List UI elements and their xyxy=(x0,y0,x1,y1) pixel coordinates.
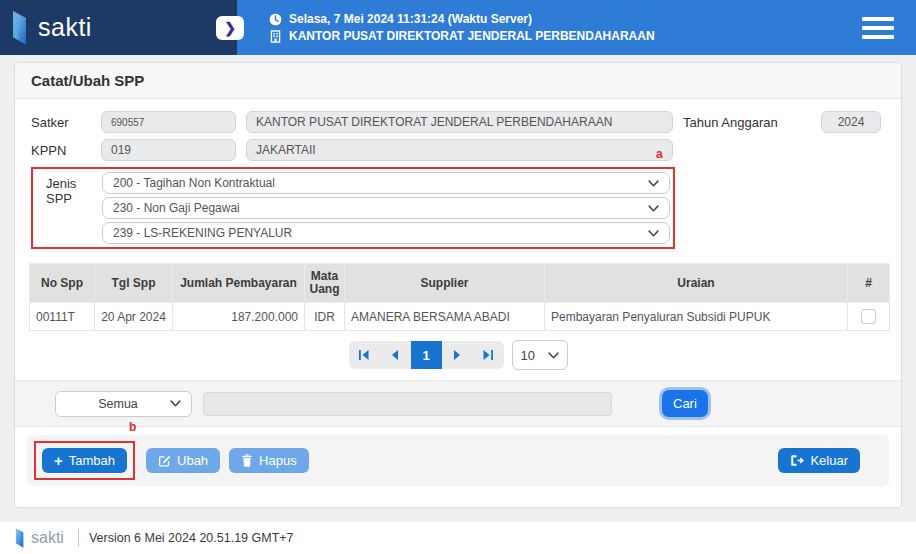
col-header-mata-uang: Mata Uang xyxy=(305,264,345,303)
building-icon xyxy=(269,30,282,43)
annotation-marker-b: b xyxy=(129,420,136,434)
cell-uraian: Pembayaran Penyaluran Subsidi PUPUK xyxy=(545,303,848,331)
satker-code-field[interactable]: 690557 xyxy=(101,111,236,133)
satker-name-field[interactable]: KANTOR PUSAT DIREKTORAT JENDERAL PERBEND… xyxy=(246,111,673,133)
keluar-button[interactable]: Keluar xyxy=(778,448,860,473)
menu-hamburger-icon[interactable] xyxy=(862,17,894,39)
col-header-supplier: Supplier xyxy=(345,264,545,303)
server-time-text: Selasa, 7 Mei 2024 11:31:24 (Waktu Serve… xyxy=(289,12,532,26)
page-title: Catat/Ubah SPP xyxy=(15,63,901,99)
table-row[interactable]: 00111T 20 Apr 2024 187.200.000 IDR AMANE… xyxy=(30,303,890,331)
annotation-box-jenis-spp: Jenis SPP 200 - Tagihan Non Kontraktual … xyxy=(31,167,675,249)
tahun-anggaran-field[interactable]: 2024 xyxy=(821,111,881,133)
pagination: 1 10 xyxy=(15,340,901,370)
sakti-logo-icon xyxy=(10,9,32,47)
sidebar-toggle-button[interactable]: ❯ xyxy=(216,16,244,40)
plus-icon: + xyxy=(54,453,63,468)
top-header-bar: sakti ❯ Selasa, 7 Mei 2024 11:31:24 (Wak… xyxy=(0,0,916,55)
chevron-down-icon xyxy=(548,352,559,359)
annotation-box-tambah: + Tambah xyxy=(34,441,135,480)
prev-page-button[interactable] xyxy=(380,341,411,369)
form-section: Satker 690557 KANTOR PUSAT DIREKTORAT JE… xyxy=(15,99,901,249)
cari-button[interactable]: Cari xyxy=(662,390,708,417)
satker-label: Satker xyxy=(31,115,101,130)
footer-version-text: Version 6 Mei 2024 20.51.19 GMT+7 xyxy=(89,531,294,545)
spp-table: No Spp Tgl Spp Jumlah Pembayaran Mata Ua… xyxy=(29,263,890,331)
kppn-code-field[interactable]: 019 xyxy=(101,139,236,161)
action-strip: + Tambah Ubah xyxy=(27,435,889,486)
exit-icon xyxy=(790,454,804,467)
row-checkbox[interactable] xyxy=(861,309,876,324)
jenis-spp-select-3[interactable]: 239 - LS-REKENING PENYALUR xyxy=(102,222,670,244)
edit-icon xyxy=(158,454,171,467)
kppn-label: KPPN xyxy=(31,143,101,158)
brand-name: sakti xyxy=(38,13,92,42)
trash-icon xyxy=(241,454,253,467)
cell-mata-uang: IDR xyxy=(305,303,345,331)
chevron-right-icon: ❯ xyxy=(224,20,236,36)
main-panel: Catat/Ubah SPP Satker 690557 KANTOR PUSA… xyxy=(14,62,902,508)
current-page-button[interactable]: 1 xyxy=(411,341,442,369)
col-header-no-spp: No Spp xyxy=(30,264,95,303)
server-info: Selasa, 7 Mei 2024 11:31:24 (Waktu Serve… xyxy=(269,0,655,55)
chevron-down-icon xyxy=(648,230,659,237)
col-header-tgl-spp: Tgl Spp xyxy=(95,264,173,303)
last-page-button[interactable] xyxy=(473,341,504,369)
search-strip: Semua Cari xyxy=(15,380,901,427)
jenis-spp-select-2[interactable]: 230 - Non Gaji Pegawai xyxy=(102,197,670,219)
page-size-select[interactable]: 10 xyxy=(512,340,568,370)
search-input[interactable] xyxy=(203,392,612,416)
cell-tgl-spp: 20 Apr 2024 xyxy=(95,303,173,331)
search-filter-select[interactable]: Semua xyxy=(55,391,192,417)
jenis-spp-select-1[interactable]: 200 - Tagihan Non Kontraktual xyxy=(102,172,670,194)
chevron-down-icon xyxy=(648,205,659,212)
chevron-down-icon xyxy=(170,400,181,407)
col-header-uraian: Uraian xyxy=(545,264,848,303)
kppn-name-field[interactable]: JAKARTAII xyxy=(246,139,673,161)
footer-sakti-logo-icon xyxy=(14,527,27,549)
footer-divider xyxy=(78,529,79,547)
cell-no-spp: 00111T xyxy=(30,303,95,331)
annotation-marker-a: a xyxy=(656,147,663,161)
ubah-button[interactable]: Ubah xyxy=(146,448,220,473)
next-page-button[interactable] xyxy=(442,341,473,369)
hapus-button[interactable]: Hapus xyxy=(229,448,309,473)
chevron-down-icon xyxy=(648,180,659,187)
cell-supplier: AMANERA BERSAMA ABADI xyxy=(345,303,545,331)
clock-icon xyxy=(269,13,282,26)
footer-bar: sakti Version 6 Mei 2024 20.51.19 GMT+7 xyxy=(0,522,916,554)
footer-brand-name: sakti xyxy=(31,529,64,547)
office-name-text: KANTOR PUSAT DIREKTORAT JENDERAL PERBEND… xyxy=(289,29,655,43)
col-header-select: # xyxy=(848,264,890,303)
cell-jumlah: 187.200.000 xyxy=(173,303,305,331)
col-header-jumlah: Jumlah Pembayaran xyxy=(173,264,305,303)
tambah-button[interactable]: + Tambah xyxy=(42,448,127,473)
jenis-spp-label: Jenis SPP xyxy=(36,172,102,206)
tahun-anggaran-label: Tahun Anggaran xyxy=(683,115,778,130)
brand-area: sakti xyxy=(0,0,237,55)
first-page-button[interactable] xyxy=(349,341,380,369)
